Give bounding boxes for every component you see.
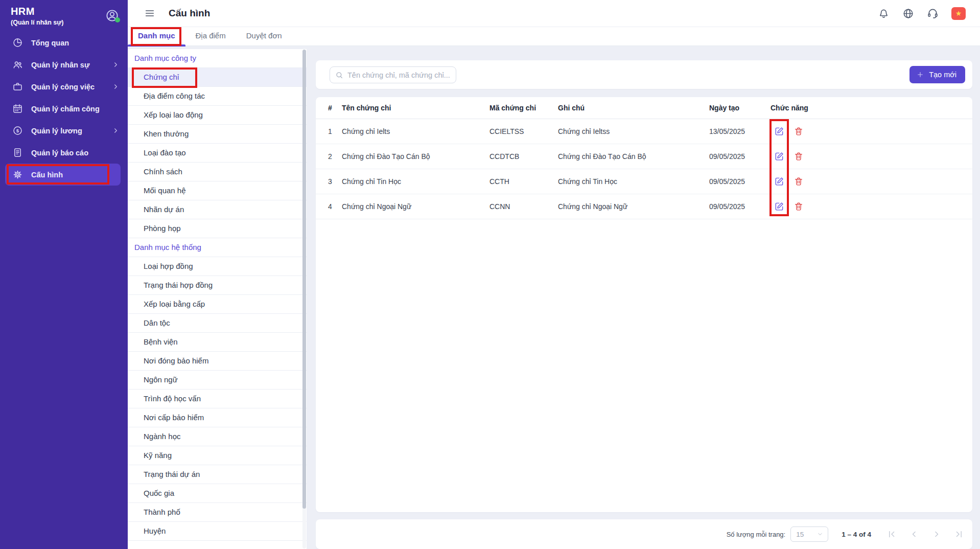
- category-item[interactable]: Phòng họp: [128, 219, 307, 238]
- delete-button[interactable]: [794, 201, 804, 212]
- sidebar-item-cau-hinh[interactable]: Cấu hình: [5, 164, 121, 186]
- sidebar-item-quan-ly-cong-viec[interactable]: Quản lý công việc: [0, 76, 128, 98]
- chevron-right-icon: [112, 127, 120, 134]
- menu-icon[interactable]: [144, 8, 155, 19]
- category-item[interactable]: Chính sách: [128, 163, 307, 181]
- chevron-right-icon: [112, 83, 120, 90]
- category-item[interactable]: Kỹ năng: [128, 446, 307, 465]
- cell-code: CCIELTSS: [489, 119, 558, 144]
- category-item[interactable]: Xếp loại lao động: [128, 106, 307, 125]
- edit-button[interactable]: [774, 126, 784, 136]
- briefcase-icon: [12, 81, 23, 92]
- scrollbar-thumb[interactable]: [302, 50, 306, 509]
- category-item[interactable]: Trạng thái dự án: [128, 465, 307, 484]
- people-icon: [12, 59, 23, 70]
- tab-danh-muc[interactable]: Danh mục: [128, 27, 185, 46]
- category-item[interactable]: Mối quan hệ: [128, 181, 307, 200]
- support-icon[interactable]: [927, 8, 939, 19]
- sidebar: HRM (Quản lí nhân sự) Tổng quan Quản lý …: [0, 0, 128, 549]
- category-item-chung-chi[interactable]: Chứng chỉ: [128, 68, 307, 87]
- vietnam-flag-icon[interactable]: ★: [951, 7, 966, 20]
- cell-actions: [771, 169, 972, 194]
- category-item[interactable]: Quốc gia: [128, 484, 307, 503]
- cell-code: CCTH: [489, 169, 558, 194]
- globe-icon[interactable]: [902, 8, 914, 19]
- category-item[interactable]: Thành phố: [128, 503, 307, 522]
- sidebar-item-label: Quản lý lương: [31, 127, 82, 135]
- search-input[interactable]: [347, 71, 456, 79]
- edit-button[interactable]: [774, 151, 784, 162]
- category-item[interactable]: Loại hợp đồng: [128, 257, 307, 276]
- create-button[interactable]: Tạo mới: [909, 66, 965, 83]
- header-actions: ★: [878, 7, 980, 20]
- sidebar-item-quan-ly-nhan-su[interactable]: Quản lý nhân sự: [0, 54, 128, 76]
- certificates-table-card: # Tên chứng chỉ Mã chứng chỉ Ghi chú Ngà…: [316, 97, 972, 512]
- calendar-icon: [12, 103, 23, 114]
- delete-button[interactable]: [794, 151, 804, 162]
- chevron-down-icon: [816, 531, 824, 538]
- table-header-row: # Tên chứng chỉ Mã chứng chỉ Ghi chú Ngà…: [316, 97, 972, 119]
- delete-button[interactable]: [794, 126, 804, 136]
- category-item[interactable]: Địa điểm công tác: [128, 87, 307, 106]
- category-scrollbar[interactable]: [302, 50, 306, 548]
- user-avatar[interactable]: [105, 9, 119, 22]
- tab-dia-diem[interactable]: Địa điểm: [185, 27, 236, 46]
- sidebar-item-label: Tổng quan: [31, 39, 69, 47]
- tab-duyet-don[interactable]: Duyệt đơn: [236, 27, 292, 46]
- last-page-icon[interactable]: [954, 529, 964, 539]
- first-page-icon[interactable]: [886, 529, 897, 539]
- cell-actions: [771, 144, 972, 169]
- per-page-label: Số lượng mỗi trang:: [727, 531, 786, 538]
- category-item[interactable]: Trạng thái hợp đồng: [128, 276, 307, 295]
- pagination-range: 1 – 4 of 4: [842, 531, 871, 538]
- cell-name: Chứng chỉ Ielts: [342, 119, 489, 144]
- edit-button[interactable]: [774, 176, 784, 187]
- category-item[interactable]: Nơi cấp bảo hiểm: [128, 408, 307, 427]
- cell-created: 09/05/2025: [709, 144, 771, 169]
- sidebar-item-quan-ly-luong[interactable]: $ Quản lý lương: [0, 120, 128, 142]
- certificates-table: # Tên chứng chỉ Mã chứng chỉ Ghi chú Ngà…: [316, 97, 972, 219]
- pager-controls: [886, 529, 964, 539]
- sidebar-item-tong-quan[interactable]: Tổng quan: [0, 32, 128, 54]
- category-item[interactable]: Loại đào tạo: [128, 144, 307, 163]
- category-item[interactable]: Nhãn dự án: [128, 200, 307, 219]
- cell-note: Chứng chỉ Ngoại Ngữ: [558, 194, 709, 219]
- per-page-select[interactable]: 15: [790, 527, 828, 542]
- sidebar-item-quan-ly-bao-cao[interactable]: Quản lý báo cáo: [0, 142, 128, 164]
- category-item[interactable]: Nơi đóng bảo hiểm: [128, 352, 307, 371]
- star-glyph: ★: [955, 10, 962, 17]
- category-item[interactable]: Ngôn ngữ: [128, 371, 307, 390]
- next-page-icon[interactable]: [931, 529, 942, 539]
- create-button-label: Tạo mới: [929, 71, 956, 79]
- cell-note: Chứng chỉ Tin Học: [558, 169, 709, 194]
- sidebar-item-label: Cấu hình: [31, 171, 63, 179]
- cell-actions: [771, 119, 972, 144]
- pagination-bar: Số lượng mỗi trang: 15 1 – 4 of 4: [316, 519, 972, 549]
- tab-bar: Danh mục Địa điểm Duyệt đơn: [128, 27, 980, 46]
- category-item[interactable]: Bệnh viện: [128, 333, 307, 352]
- delete-button[interactable]: [794, 176, 804, 187]
- category-item[interactable]: Trình độ học vấn: [128, 390, 307, 408]
- edit-button[interactable]: [774, 201, 784, 212]
- previous-page-icon[interactable]: [909, 529, 919, 539]
- cell-name: Chứng chỉ Tin Học: [342, 169, 489, 194]
- category-item[interactable]: Dân tộc: [128, 314, 307, 333]
- category-item[interactable]: Xếp loại bằng cấp: [128, 295, 307, 314]
- cell-created: 09/05/2025: [709, 194, 771, 219]
- sidebar-item-label: Quản lý công việc: [31, 83, 95, 91]
- cell-index: 4: [316, 194, 342, 219]
- plus-icon: [916, 71, 924, 79]
- bell-icon[interactable]: [878, 8, 890, 19]
- chart-pie-icon: [12, 37, 23, 48]
- category-section-title: Danh mục công ty: [128, 49, 307, 68]
- cell-name: Chứng chỉ Đào Tạo Cán Bộ: [342, 144, 489, 169]
- app-logo: HRM (Quản lí nhân sự): [11, 6, 64, 26]
- category-item[interactable]: Ngành học: [128, 427, 307, 446]
- svg-text:$: $: [16, 128, 19, 133]
- cell-index: 2: [316, 144, 342, 169]
- category-item[interactable]: Khen thưởng: [128, 125, 307, 144]
- column-header-code: Mã chứng chỉ: [489, 97, 558, 119]
- dollar-circle-icon: $: [12, 125, 23, 136]
- category-item[interactable]: Huyện: [128, 522, 307, 541]
- sidebar-item-quan-ly-cham-cong[interactable]: Quản lý chấm công: [0, 98, 128, 120]
